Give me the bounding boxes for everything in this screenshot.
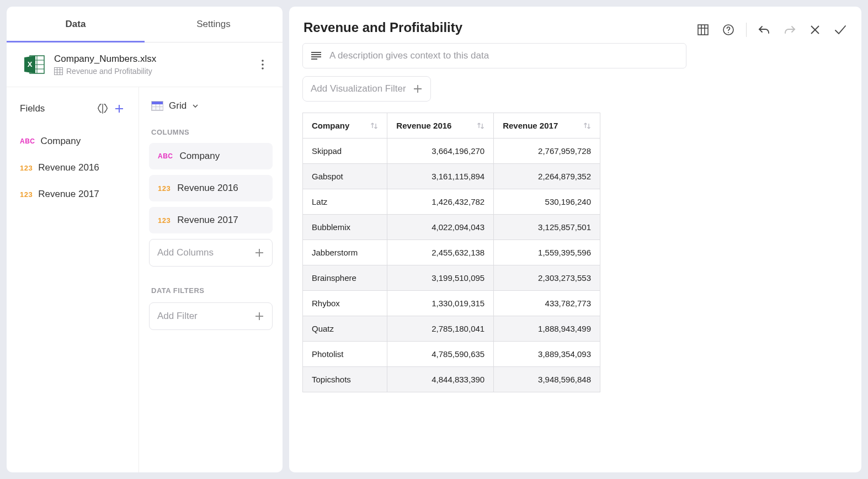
table-cell: 1,888,943,499 [494,316,600,342]
excel-icon: X [22,52,46,77]
undo-button[interactable] [757,22,772,38]
table-cell: Jabberstorm [303,240,387,265]
columns-section-header: COLUMNS [149,124,273,143]
column-chip-revenue-2017[interactable]: 123 Revenue 2017 [149,207,273,233]
table-row[interactable]: Photolist4,785,590,6353,889,354,093 [303,342,600,367]
table-cell: 2,455,632,138 [387,240,494,265]
fields-column: Fields ABC Company 123 Revenue 2016 [7,87,139,472]
viz-type-label: Grid [169,100,187,111]
tab-data[interactable]: Data [7,7,145,42]
col-header-revenue-2017[interactable]: Revenue 2017 [494,113,600,139]
field-item-revenue-2017[interactable]: 123 Revenue 2017 [11,181,134,207]
table-cell: 433,782,773 [494,291,600,316]
column-chip-company[interactable]: ABC Company [149,143,273,169]
table-row[interactable]: Rhybox1,330,019,315433,782,773 [303,291,600,316]
type-number-icon: 123 [158,184,171,193]
fields-header: Fields [20,103,94,114]
col-header-label: Revenue 2017 [503,121,558,130]
svg-point-12 [262,60,264,62]
table-row[interactable]: Gabspot3,161,115,8942,264,879,352 [303,164,600,189]
tab-settings[interactable]: Settings [145,7,283,42]
table-cell: Topicshots [303,367,387,392]
table-cell: 530,196,240 [494,189,600,215]
file-name: Company_Numbers.xlsx [54,54,246,65]
table-cell: 4,844,833,390 [387,367,494,392]
table-cell: 3,125,857,501 [494,215,600,240]
col-header-revenue-2016[interactable]: Revenue 2016 [387,113,494,139]
table-cell: 1,559,395,596 [494,240,600,265]
table-cell: 4,785,590,635 [387,342,494,367]
col-header-company[interactable]: Company [303,113,387,139]
grid-viz-icon [151,101,163,111]
add-viz-filter-button[interactable]: Add Visualization Filter [302,76,431,102]
description-input[interactable]: A description gives context to this data [302,43,686,68]
svg-point-14 [262,67,264,70]
table-cell: 3,948,596,848 [494,367,600,392]
sort-icon [583,121,591,130]
description-placeholder: A description gives context to this data [329,50,489,61]
help-button[interactable] [721,22,736,38]
table-row[interactable]: Topicshots4,844,833,3903,948,596,848 [303,367,600,392]
table-cell: 3,664,196,270 [387,139,494,164]
type-text-icon: ABC [20,137,35,145]
svg-rect-27 [698,25,708,35]
type-number-icon: 123 [20,164,33,172]
add-filter-label: Add Filter [157,311,198,322]
svg-point-32 [728,32,729,33]
description-icon [311,51,322,60]
add-columns-dropzone[interactable]: Add Columns [149,239,273,267]
field-item-company[interactable]: ABC Company [11,128,134,155]
svg-rect-7 [55,68,63,75]
brain-icon[interactable] [94,100,111,117]
table-row[interactable]: Quatz2,785,180,0411,888,943,499 [303,316,600,342]
data-table: Company Revenue 2016 Revenue 2017 [302,113,600,392]
column-chip-revenue-2016[interactable]: 123 Revenue 2016 [149,175,273,201]
table-cell: 1,330,019,315 [387,291,494,316]
viz-title[interactable]: Revenue and Profitability [302,17,686,43]
field-item-revenue-2016[interactable]: 123 Revenue 2016 [11,155,134,181]
confirm-button[interactable] [833,22,848,38]
add-filter-dropzone[interactable]: Add Filter [149,302,273,330]
column-chip-label: Company [180,151,220,162]
file-row: X Company_Numbers.xlsx Revenue and Profi… [7,42,283,87]
table-row[interactable]: Latz1,426,432,782530,196,240 [303,189,600,215]
table-cell: 3,199,510,095 [387,265,494,291]
viz-type-selector[interactable]: Grid [149,96,273,124]
field-label: Revenue 2017 [38,189,99,200]
add-field-button[interactable] [111,100,127,117]
type-number-icon: 123 [158,216,171,225]
redo-button[interactable] [782,22,797,38]
toolbar-separator [746,23,747,37]
table-row[interactable]: Bubblemix4,022,094,0433,125,857,501 [303,215,600,240]
column-chip-label: Revenue 2016 [177,183,238,194]
table-cell: 2,767,959,728 [494,139,600,164]
table-cell: 2,303,273,553 [494,265,600,291]
filters-section-header: DATA FILTERS [149,282,273,301]
cancel-button[interactable] [807,22,823,38]
table-row[interactable]: Brainsphere3,199,510,0952,303,273,553 [303,265,600,291]
file-more-button[interactable] [254,56,271,73]
chevron-down-icon [192,103,199,109]
file-sheet-label: Revenue and Profitability [66,67,152,76]
table-cell: Gabspot [303,164,387,189]
left-panel: Data Settings X Company_Numbers.xlsx [7,7,283,472]
sort-icon [370,121,378,130]
table-cell: Photolist [303,342,387,367]
table-cell: Skippad [303,139,387,164]
type-number-icon: 123 [20,190,33,199]
table-cell: Latz [303,189,387,215]
table-cell: Quatz [303,316,387,342]
table-row[interactable]: Skippad3,664,196,2702,767,959,728 [303,139,600,164]
file-sheet: Revenue and Profitability [54,67,246,76]
type-text-icon: ABC [158,152,173,160]
dashboard-link-button[interactable] [695,22,711,38]
svg-point-13 [262,63,264,66]
table-cell: Rhybox [303,291,387,316]
table-cell: Bubblemix [303,215,387,240]
left-tabs: Data Settings [7,7,283,42]
toolbar [695,17,848,38]
config-column: Grid COLUMNS ABC Company 123 Revenue 201… [139,87,283,472]
col-header-label: Revenue 2016 [396,121,451,130]
table-row[interactable]: Jabberstorm2,455,632,1381,559,395,596 [303,240,600,265]
field-label: Company [41,136,81,147]
